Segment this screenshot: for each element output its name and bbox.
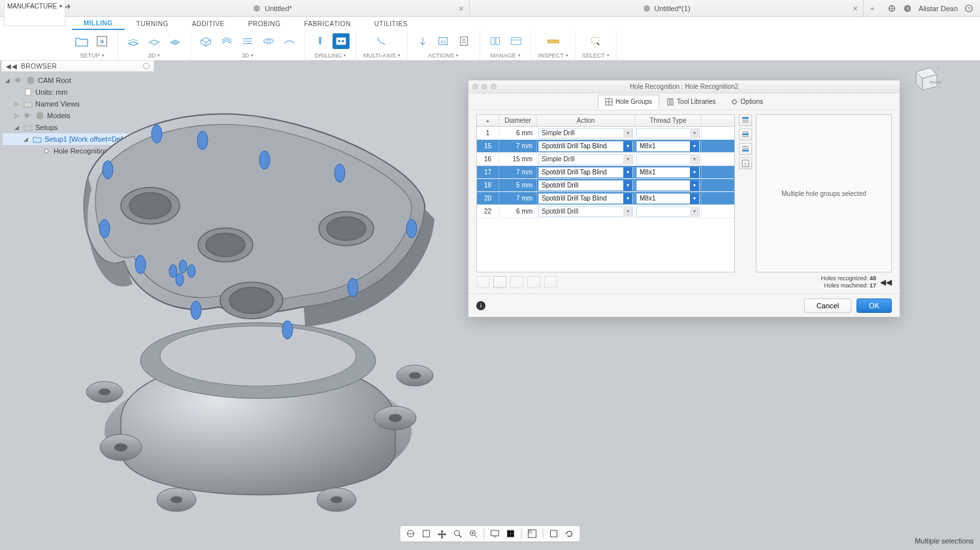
model-3d-view[interactable]: [62, 91, 448, 536]
column-sort[interactable]: [477, 115, 499, 126]
action-combo[interactable]: Spotdrill Drill Tap Blind▾: [538, 167, 633, 178]
thread-combo[interactable]: ▾: [636, 128, 700, 138]
chevron-down-icon[interactable]: ▾: [690, 154, 699, 165]
fit-icon[interactable]: [468, 528, 479, 539]
tree-node-cam-root[interactable]: ◢ 👁 CAM Root: [3, 74, 153, 86]
3d-horizontal-icon[interactable]: [239, 33, 256, 49]
3d-contour-icon[interactable]: [260, 33, 277, 49]
user-name[interactable]: Alistar Dean: [919, 5, 958, 12]
measure-icon[interactable]: [545, 33, 562, 49]
grid-row[interactable]: 207 mmSpotdrill Drill Tap Blind▾M8x1▾: [477, 192, 734, 205]
tab-hole-groups[interactable]: Hole Groups: [598, 95, 659, 109]
setup-folder-icon[interactable]: [73, 33, 90, 49]
viewport-icon[interactable]: [527, 528, 538, 539]
filter-button[interactable]: [739, 143, 752, 155]
close-icon[interactable]: ×: [459, 3, 464, 14]
visibility-icon[interactable]: 👁: [24, 112, 33, 120]
3d-adaptive-icon[interactable]: [197, 33, 214, 49]
chevron-down-icon[interactable]: ▾: [623, 206, 632, 217]
drill-icon[interactable]: [312, 33, 329, 49]
expand-icon[interactable]: ▷: [14, 101, 21, 107]
select-icon[interactable]: [587, 33, 604, 49]
dialog-titlebar[interactable]: Hole Recognition : Hole Recognition2: [468, 80, 900, 93]
tab-options[interactable]: Options: [723, 95, 770, 109]
ribbon-tab-additive[interactable]: ADDITIVE: [180, 17, 237, 30]
grid-row[interactable]: 16 mmSimple Drill▾▾: [477, 127, 734, 140]
thread-combo[interactable]: M8x1▾: [636, 141, 700, 152]
chevron-down-icon[interactable]: ▾: [690, 167, 699, 178]
info-icon[interactable]: i: [476, 301, 485, 310]
ribbon-tab-fabrication[interactable]: FABRICATION: [292, 17, 362, 30]
grid-row[interactable]: 157 mmSpotdrill Drill Tap Blind▾M8x1▾: [477, 140, 734, 153]
grid-row[interactable]: 177 mmSpotdrill Drill Tap Blind▾M8x1▾: [477, 166, 734, 179]
thread-combo[interactable]: ▾: [636, 206, 700, 217]
chevron-down-icon[interactable]: ▾: [690, 193, 699, 204]
ribbon-group-label[interactable]: MANAGE: [491, 52, 521, 59]
action-combo[interactable]: Spotdrill Drill Tap Blind▾: [538, 141, 633, 152]
task-manager-icon[interactable]: [508, 33, 525, 49]
action-combo[interactable]: Spotdrill Drill▾: [538, 180, 633, 191]
workspace-switcher[interactable]: MANUFACTURE: [4, 0, 65, 26]
document-tab-1[interactable]: Untitled* ×: [76, 0, 470, 16]
help-icon[interactable]: ?: [964, 4, 973, 13]
chevron-down-icon[interactable]: ▾: [690, 180, 699, 191]
action-combo[interactable]: Simple Drill▾: [538, 128, 633, 138]
ribbon-group-label[interactable]: 3D: [242, 52, 254, 59]
expand-icon[interactable]: ◢: [5, 77, 12, 84]
select-all-button[interactable]: [739, 114, 752, 126]
grid-row[interactable]: 226 mmSpotdrill Drill▾▾: [477, 205, 734, 218]
grid-settings-icon[interactable]: [506, 528, 516, 539]
expand-icon[interactable]: ▷: [14, 112, 21, 119]
browser-settings-icon[interactable]: [143, 63, 150, 69]
zoom-icon[interactable]: [453, 528, 463, 539]
chevron-down-icon[interactable]: ▾: [690, 141, 699, 152]
thread-combo[interactable]: M8x1▾: [636, 167, 700, 178]
pan-icon[interactable]: [437, 528, 448, 539]
collapse-icon[interactable]: ◀◀: [6, 63, 17, 70]
ribbon-tab-turning[interactable]: TURNING: [125, 17, 180, 30]
chevron-down-icon[interactable]: ▾: [623, 167, 632, 178]
generate-icon[interactable]: [414, 33, 431, 49]
expand-icon[interactable]: ◢: [14, 124, 21, 131]
window-controls[interactable]: [472, 84, 497, 89]
column-diameter[interactable]: Diameter: [499, 115, 537, 126]
action-combo[interactable]: Spotdrill Drill Tap Blind▾: [538, 193, 633, 204]
chevron-down-icon[interactable]: ▾: [623, 128, 632, 138]
tab-tool-libraries[interactable]: Tool Libraries: [659, 95, 723, 109]
ribbon-group-label[interactable]: SELECT: [582, 52, 610, 59]
select-none-button[interactable]: [739, 129, 752, 140]
ungroup-button[interactable]: [493, 276, 506, 288]
3d-parallel-icon[interactable]: [218, 33, 235, 49]
thread-combo[interactable]: ▾: [636, 154, 700, 165]
chevron-down-icon[interactable]: ▾: [690, 206, 699, 217]
chevron-down-icon[interactable]: ▾: [623, 154, 632, 165]
visibility-icon[interactable]: 👁: [14, 76, 24, 84]
close-icon[interactable]: ×: [853, 3, 858, 14]
ribbon-group-label[interactable]: MULTI-AXIS: [363, 52, 400, 59]
ribbon-group-label[interactable]: SETUP: [80, 52, 104, 59]
ribbon-group-label[interactable]: 2D: [148, 52, 161, 59]
column-thread[interactable]: Thread Type: [635, 115, 702, 126]
ok-button[interactable]: OK: [857, 299, 892, 313]
ribbon-group-label[interactable]: DRILLING: [315, 52, 347, 59]
thread-combo[interactable]: M8x1▾: [636, 193, 700, 204]
action-combo[interactable]: Simple Drill▾: [538, 154, 633, 165]
extensions-icon[interactable]: [887, 4, 896, 13]
tool-library-icon[interactable]: [487, 33, 504, 49]
chevron-down-icon[interactable]: ▾: [623, 193, 632, 204]
document-tab-2[interactable]: Untitled*(1) ×: [470, 0, 864, 16]
simulate-icon[interactable]: G1: [435, 33, 452, 49]
browser-header[interactable]: ◀◀ BROWSER: [1, 60, 154, 72]
grid-row[interactable]: 1615 mmSimple Drill▾▾: [477, 153, 734, 166]
collapse-preview-icon[interactable]: ◀◀: [880, 276, 892, 288]
notifications-icon[interactable]: [903, 4, 912, 13]
2d-face-icon[interactable]: [167, 33, 184, 49]
ribbon-tab-milling[interactable]: MILLING: [72, 17, 125, 30]
chevron-down-icon[interactable]: ▾: [623, 141, 632, 152]
ribbon-tab-utilities[interactable]: UTILITIES: [363, 17, 419, 30]
swarf-icon[interactable]: [373, 33, 390, 49]
column-action[interactable]: Action: [537, 115, 635, 126]
3d-ramp-icon[interactable]: [281, 33, 298, 49]
look-at-icon[interactable]: [421, 528, 432, 539]
new-tab-button[interactable]: +: [864, 5, 881, 12]
